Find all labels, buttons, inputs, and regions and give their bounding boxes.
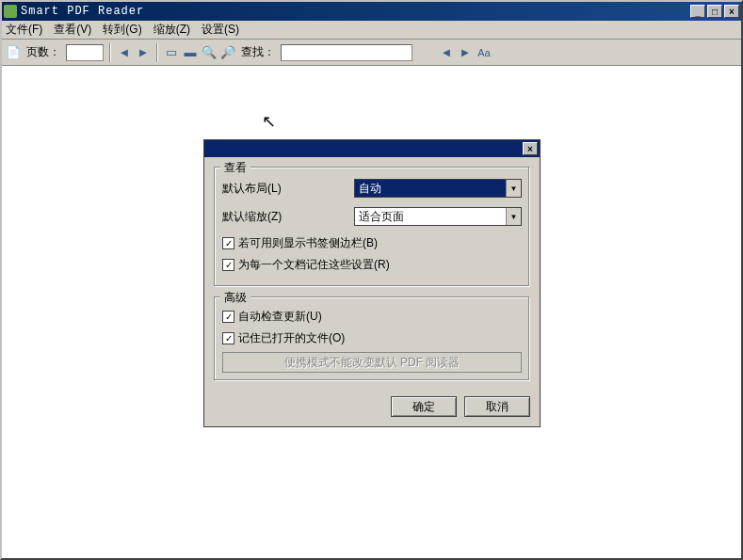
nav-forward-icon[interactable]: ► [136, 45, 151, 60]
maximize-button[interactable]: □ [707, 5, 722, 18]
app-icon [4, 5, 17, 18]
zoom-in-icon[interactable]: 🔍 [202, 45, 217, 60]
ok-button[interactable]: 确定 [391, 396, 457, 417]
show-bookmarks-checkbox[interactable]: ✓ [222, 237, 234, 249]
default-layout-combo[interactable]: 自动 ▼ [354, 179, 522, 198]
dialog-body: 查看 默认布局(L) 自动 ▼ 默认缩放(Z) 适合页面 ▼ ✓ 若可用则显示书… [204, 157, 540, 426]
cancel-button[interactable]: 取消 [464, 396, 530, 417]
chevron-down-icon: ▼ [506, 180, 521, 197]
default-layout-value: 自动 [355, 180, 506, 197]
find-next-icon[interactable]: ► [458, 45, 473, 60]
nav-back-icon[interactable]: ◄ [117, 45, 132, 60]
groupbox-advanced-legend: 高级 [220, 290, 250, 306]
dialog-titlebar: × [204, 140, 540, 157]
row-default-zoom: 默认缩放(Z) 适合页面 ▼ [222, 207, 522, 226]
groupbox-advanced: 高级 ✓ 自动检查更新(U) ✓ 记住已打开的文件(O) 便携模式不能改变默认 … [214, 296, 530, 381]
match-case-icon[interactable]: Aa [476, 45, 492, 60]
menu-settings[interactable]: 设置(S) [202, 22, 239, 38]
groupbox-view: 查看 默认布局(L) 自动 ▼ 默认缩放(Z) 适合页面 ▼ ✓ 若可用则显示书… [214, 167, 530, 287]
pages-label: 页数： [26, 44, 60, 60]
remember-opened-checkbox[interactable]: ✓ [222, 332, 234, 344]
show-bookmarks-label: 若可用则显示书签侧边栏(B) [238, 235, 378, 251]
find-prev-icon[interactable]: ◄ [439, 45, 454, 60]
remember-per-doc-label: 为每一个文档记住这些设置(R) [238, 257, 390, 273]
auto-update-label: 自动检查更新(U) [238, 309, 322, 325]
chevron-down-icon: ▼ [506, 208, 521, 225]
dialog-buttons: 确定 取消 [214, 391, 530, 417]
toolbar: 📄 页数： ◄ ► ▭ ▬ 🔍 🔎 查找： ◄ ► Aa [2, 40, 741, 66]
find-label: 查找： [241, 44, 275, 60]
page-input[interactable] [66, 44, 104, 61]
row-remember-opened: ✓ 记住已打开的文件(O) [222, 330, 522, 346]
portable-mode-note: 便携模式不能改变默认 PDF 阅读器 [222, 352, 522, 373]
row-show-bookmarks: ✓ 若可用则显示书签侧边栏(B) [222, 235, 522, 251]
toolbar-separator [109, 43, 111, 62]
settings-dialog: × 查看 默认布局(L) 自动 ▼ 默认缩放(Z) 适合页面 ▼ ✓ [203, 139, 541, 427]
titlebar: Smart PDF Reader _ □ × [2, 2, 741, 21]
menubar: 文件(F) 查看(V) 转到(G) 缩放(Z) 设置(S) [2, 21, 741, 40]
default-zoom-value: 适合页面 [355, 208, 506, 225]
default-zoom-combo[interactable]: 适合页面 ▼ [354, 207, 522, 226]
menu-zoom[interactable]: 缩放(Z) [153, 22, 190, 38]
menu-view[interactable]: 查看(V) [54, 22, 91, 38]
zoom-out-icon[interactable]: 🔎 [220, 45, 235, 60]
default-layout-label: 默认布局(L) [222, 181, 354, 197]
auto-update-checkbox[interactable]: ✓ [222, 311, 234, 323]
remember-per-doc-checkbox[interactable]: ✓ [222, 259, 234, 271]
menu-file[interactable]: 文件(F) [6, 22, 42, 38]
toolbar-separator [156, 43, 158, 62]
close-button[interactable]: × [724, 5, 739, 18]
menu-goto[interactable]: 转到(G) [103, 22, 141, 38]
groupbox-view-legend: 查看 [220, 160, 250, 176]
default-zoom-label: 默认缩放(Z) [222, 209, 354, 225]
open-icon[interactable]: 📄 [6, 45, 21, 60]
row-remember-per-doc: ✓ 为每一个文档记住这些设置(R) [222, 257, 522, 273]
row-auto-update: ✓ 自动检查更新(U) [222, 309, 522, 325]
minimize-button[interactable]: _ [690, 5, 705, 18]
window-title: Smart PDF Reader [21, 5, 688, 18]
remember-opened-label: 记住已打开的文件(O) [238, 330, 345, 346]
find-input[interactable] [281, 44, 412, 61]
fit-page-icon[interactable]: ▬ [183, 45, 198, 60]
fit-width-icon[interactable]: ▭ [164, 45, 179, 60]
row-default-layout: 默认布局(L) 自动 ▼ [222, 179, 522, 198]
dialog-close-button[interactable]: × [523, 142, 538, 155]
